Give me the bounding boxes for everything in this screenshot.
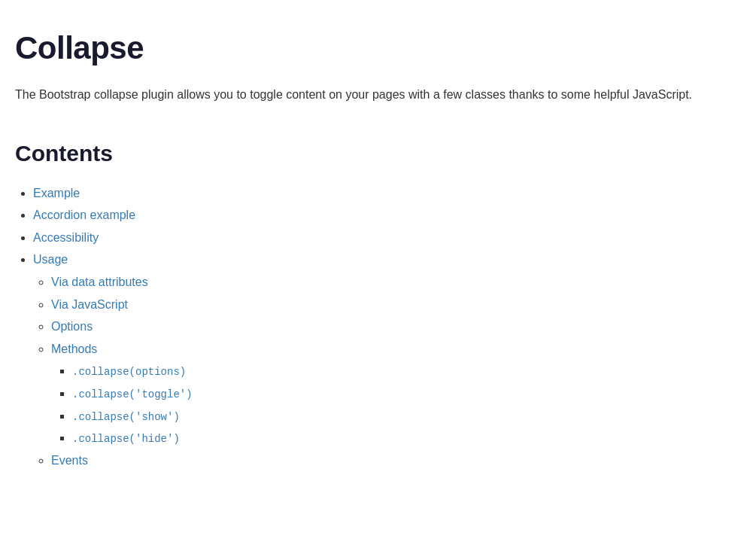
contents-list: Example Accordion example Accessibility …	[15, 184, 741, 470]
collapse-toggle-link[interactable]: .collapse('toggle')	[72, 388, 193, 400]
list-item: Via JavaScript	[51, 295, 741, 315]
list-item: Accessibility	[33, 228, 741, 248]
usage-sub-list: Via data attributes Via JavaScript Optio…	[33, 272, 741, 470]
via-javascript-link[interactable]: Via JavaScript	[51, 298, 128, 311]
accessibility-link[interactable]: Accessibility	[33, 231, 99, 244]
contents-heading: Contents	[15, 135, 741, 172]
collapse-show-link[interactable]: .collapse('show')	[72, 411, 180, 423]
via-data-attributes-link[interactable]: Via data attributes	[51, 276, 148, 288]
list-item: .collapse(options)	[72, 361, 741, 381]
list-item: .collapse('toggle')	[72, 384, 741, 403]
events-link[interactable]: Events	[51, 454, 88, 467]
example-link[interactable]: Example	[33, 187, 80, 199]
list-item: Options	[51, 317, 741, 336]
list-item: Accordion example	[33, 206, 741, 225]
collapse-hide-link[interactable]: .collapse('hide')	[72, 433, 180, 445]
list-item: Usage Via data attributes Via JavaScript…	[33, 250, 741, 470]
intro-paragraph: The Bootstrap collapse plugin allows you…	[15, 85, 737, 105]
list-item: Methods .collapse(options) .collapse('to…	[51, 339, 741, 448]
accordion-example-link[interactable]: Accordion example	[33, 209, 135, 221]
list-item: .collapse('hide')	[72, 428, 741, 448]
methods-link[interactable]: Methods	[51, 343, 97, 355]
list-item: Example	[33, 184, 741, 203]
list-item: Events	[51, 451, 741, 470]
options-link[interactable]: Options	[51, 320, 93, 333]
usage-link[interactable]: Usage	[33, 253, 68, 266]
list-item: .collapse('show')	[72, 406, 741, 426]
page-title: Collapse	[15, 23, 741, 73]
list-item: Via data attributes	[51, 272, 741, 292]
collapse-options-link[interactable]: .collapse(options)	[72, 366, 186, 378]
methods-sub-list: .collapse(options) .collapse('toggle') .…	[51, 361, 741, 447]
